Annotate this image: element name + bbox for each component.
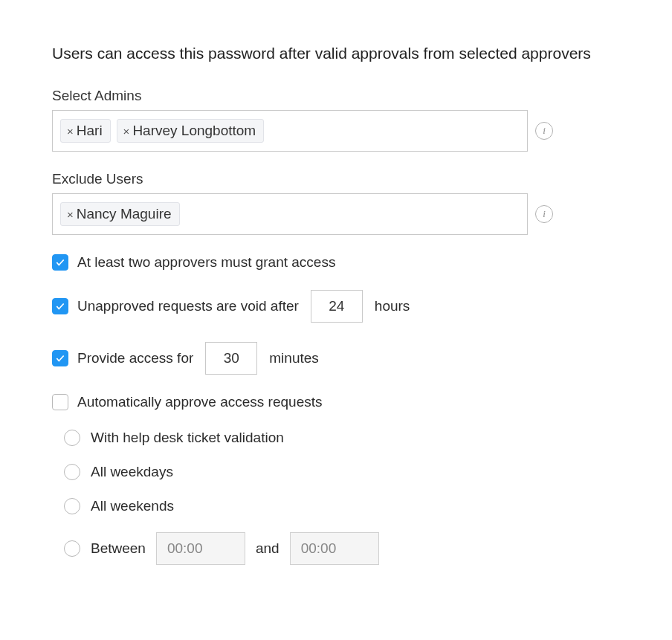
auto-approve-label: Automatically approve access requests [77,394,323,410]
check-icon [55,257,65,268]
between-end-input[interactable]: 00:00 [290,532,379,565]
chip-label: Nancy Maguire [77,206,172,222]
void-after-prefix: Unapproved requests are void after [77,298,299,314]
chip-admin[interactable]: × Hari [60,119,111,143]
exclude-users-input[interactable]: × Nancy Maguire [52,193,528,235]
chip-admin[interactable]: × Harvey Longbottom [117,119,265,143]
checkbox-auto-approve[interactable] [52,394,68,410]
chip-label: Harvey Longbottom [132,123,256,139]
radio-all-weekdays[interactable] [64,464,80,480]
void-after-suffix: hours [375,298,410,314]
radio-weekdays-label: All weekdays [91,464,173,480]
between-start-input[interactable]: 00:00 [156,532,245,565]
checkbox-two-approvers[interactable] [52,254,68,271]
between-and: and [256,540,280,557]
checkbox-access-for[interactable] [52,350,68,366]
radio-between[interactable] [64,540,80,557]
radio-between-label: Between [91,540,146,557]
check-icon [55,353,65,363]
radio-ticket-validation[interactable] [64,430,80,446]
checkbox-void-after[interactable] [52,298,68,314]
void-after-input[interactable] [311,290,363,323]
close-icon[interactable]: × [67,209,74,220]
select-admins-input[interactable]: × Hari × Harvey Longbottom [52,110,528,152]
chip-user[interactable]: × Nancy Maguire [60,202,180,226]
access-for-prefix: Provide access for [77,350,193,366]
exclude-users-label: Exclude Users [52,171,620,187]
radio-weekends-label: All weekends [91,498,174,514]
access-for-input[interactable] [205,342,257,375]
radio-ticket-label: With help desk ticket validation [91,430,284,446]
select-admins-label: Select Admins [52,88,620,104]
access-for-suffix: minutes [269,350,319,366]
close-icon[interactable]: × [67,126,74,137]
close-icon[interactable]: × [123,126,130,137]
radio-all-weekends[interactable] [64,498,80,514]
check-icon [55,301,65,311]
chip-label: Hari [77,123,103,139]
info-icon[interactable]: i [535,122,553,140]
info-icon[interactable]: i [535,205,553,223]
intro-text: Users can access this password after val… [52,45,620,62]
two-approvers-label: At least two approvers must grant access [77,254,335,271]
